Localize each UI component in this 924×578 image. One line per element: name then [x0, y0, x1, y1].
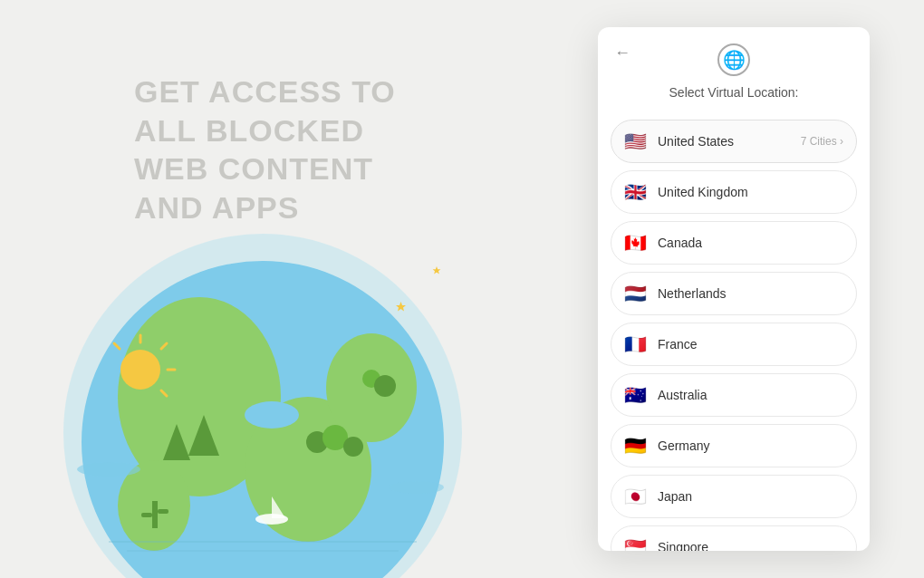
back-button[interactable]: ← [614, 43, 630, 63]
location-item-sg[interactable]: 🇸🇬Singpore [611, 525, 857, 551]
flag-au: 🇦🇺 [624, 384, 647, 406]
location-list: 🇺🇸United States7 Cities ›🇬🇧United Kingdo… [598, 116, 870, 551]
headline-line-2: ALL BLOCKED [134, 111, 525, 150]
location-item-jp[interactable]: 🇯🇵Japan [611, 475, 857, 518]
flag-us: 🇺🇸 [624, 130, 647, 152]
svg-marker-26 [433, 266, 441, 274]
location-name-us: United States [658, 134, 801, 149]
location-name-ca: Canada [658, 236, 843, 250]
svg-point-6 [245, 401, 299, 429]
flag-jp: 🇯🇵 [624, 486, 647, 507]
flag-nl: 🇳🇱 [624, 283, 647, 304]
panel-header: ← 🌐 Select Virtual Location: [598, 27, 870, 116]
flag-ca: 🇨🇦 [624, 232, 647, 254]
svg-rect-16 [158, 509, 168, 514]
location-item-de[interactable]: 🇩🇪Germany [611, 424, 857, 467]
location-name-fr: France [658, 337, 843, 352]
location-name-uk: United Kingdom [658, 185, 843, 199]
globe-icon: 🌐 [717, 43, 750, 76]
location-name-nl: Netherlands [658, 286, 843, 301]
cities-badge-us: 7 Cities › [801, 135, 843, 148]
location-item-au[interactable]: 🇦🇺Australia [611, 373, 857, 417]
location-item-uk[interactable]: 🇬🇧United Kingdom [611, 170, 857, 214]
globe-illustration [36, 161, 489, 578]
location-name-jp: Japan [658, 489, 843, 504]
flag-uk: 🇬🇧 [624, 181, 647, 203]
select-label: Select Virtual Location: [669, 85, 799, 100]
svg-point-28 [390, 481, 444, 494]
svg-rect-15 [141, 513, 152, 517]
flag-sg: 🇸🇬 [624, 536, 647, 551]
svg-point-19 [120, 350, 160, 390]
location-item-us[interactable]: 🇺🇸United States7 Cities › [611, 120, 857, 163]
location-item-fr[interactable]: 🇫🇷France [611, 323, 857, 366]
flag-fr: 🇫🇷 [624, 333, 647, 355]
svg-point-13 [374, 375, 396, 397]
svg-point-27 [77, 462, 140, 477]
location-name-sg: Singpore [658, 540, 843, 551]
location-item-nl[interactable]: 🇳🇱Netherlands [611, 272, 857, 315]
location-name-au: Australia [658, 388, 843, 402]
location-item-ca[interactable]: 🇨🇦Canada [611, 221, 857, 265]
svg-rect-14 [152, 501, 158, 528]
headline-line-1: GET ACCESS TO [134, 72, 525, 111]
vpn-location-panel: ← 🌐 Select Virtual Location: 🇺🇸United St… [598, 27, 870, 551]
svg-point-11 [343, 437, 363, 457]
flag-de: 🇩🇪 [624, 435, 647, 457]
location-name-de: Germany [658, 438, 843, 453]
